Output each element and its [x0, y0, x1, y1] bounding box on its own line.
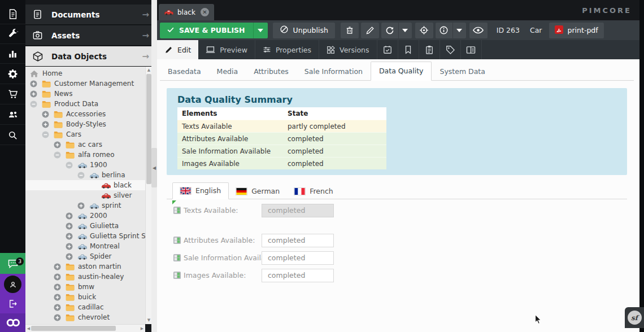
documents-icon[interactable] [0, 5, 25, 24]
tab-properties[interactable]: Properties [255, 40, 319, 59]
expand-icon[interactable] [66, 212, 77, 220]
bookmark-icon[interactable] [398, 40, 419, 59]
expand-icon[interactable] [54, 294, 66, 301]
tree-item[interactable]: Body-Styles [25, 119, 145, 129]
notes-events-icon[interactable] [419, 40, 440, 59]
tree-item[interactable]: Cars [25, 129, 145, 139]
users-icon[interactable] [0, 105, 25, 124]
tree-item[interactable]: black [25, 180, 145, 190]
tree-item[interactable]: silver [25, 190, 145, 200]
collapse-icon[interactable] [30, 101, 42, 108]
ecommerce-icon[interactable] [0, 85, 25, 104]
collapse-icon[interactable] [42, 131, 54, 138]
expand-icon[interactable] [54, 283, 66, 291]
close-tab-icon[interactable]: ✕ [201, 8, 209, 16]
tab-media[interactable]: Media [209, 63, 246, 81]
collapse-panel-handle[interactable]: ◀ [151, 148, 157, 187]
collapse-icon[interactable] [77, 172, 89, 179]
tree-vertical-scrollbar[interactable]: ▲ ▼ [145, 67, 151, 324]
collapse-icon[interactable] [54, 151, 66, 159]
tags-icon[interactable] [440, 40, 461, 59]
delete-button[interactable] [341, 23, 359, 38]
tree-item[interactable]: Giulietta [25, 221, 145, 231]
tab-edit[interactable]: Edit [157, 40, 198, 59]
tab-data-quality[interactable]: Data Quality [371, 62, 432, 81]
symfony-profiler-badge[interactable]: sf [625, 307, 644, 328]
locate-in-tree-button[interactable] [415, 23, 433, 38]
expand-icon[interactable] [66, 243, 77, 250]
expand-icon[interactable] [66, 233, 77, 240]
scrollbar-thumb[interactable] [146, 74, 151, 184]
expand-icon[interactable] [66, 222, 77, 230]
tools-icon[interactable] [0, 24, 25, 43]
field-input[interactable]: completed [262, 269, 334, 282]
tab-attributes[interactable]: Attributes [246, 63, 297, 81]
tab-preview[interactable]: Preview [198, 40, 255, 59]
tree-item[interactable]: ac cars [25, 139, 145, 150]
reports-icon[interactable] [0, 44, 25, 63]
tree-item[interactable]: 2000 [25, 211, 145, 221]
tab-versions[interactable]: Versions [319, 40, 377, 59]
field-input[interactable]: completed [262, 204, 334, 217]
save-publish-button[interactable]: SAVE & PUBLISH [160, 23, 268, 38]
tab-language-french[interactable]: French [287, 184, 341, 199]
tree-item[interactable]: alfa romeo [25, 150, 145, 160]
accordion-assets[interactable]: Assets → [25, 25, 157, 46]
tree-item[interactable]: Product Data [25, 99, 145, 109]
expand-icon[interactable] [77, 202, 89, 209]
tree-item[interactable]: Customer Management [25, 78, 145, 89]
tree-item[interactable]: bmw [25, 282, 145, 292]
search-icon[interactable] [0, 125, 25, 145]
info-button[interactable] [436, 23, 452, 38]
logout-icon[interactable] [0, 295, 25, 312]
expand-icon[interactable] [42, 121, 54, 128]
tree-item[interactable]: cadillac [25, 302, 145, 312]
tab-black[interactable]: black ✕ [159, 4, 214, 20]
settings-icon[interactable] [0, 64, 25, 84]
pimcore-logo-icon[interactable] [0, 313, 25, 332]
tree-item[interactable]: buick [25, 292, 145, 302]
expand-icon[interactable] [54, 263, 66, 270]
reload-options-dropdown[interactable] [398, 23, 412, 38]
field-input[interactable]: completed [262, 251, 334, 265]
expand-icon[interactable] [66, 253, 77, 260]
tree-item[interactable]: Home [25, 68, 145, 78]
open-preview-button[interactable] [469, 23, 488, 38]
rename-button[interactable] [361, 23, 379, 38]
expand-icon[interactable] [54, 314, 66, 321]
scheduled-tasks-icon[interactable] [377, 40, 398, 59]
tree-item[interactable]: sprint [25, 200, 145, 211]
unpublish-button[interactable]: Unpublish [273, 23, 335, 38]
tree-item[interactable]: Accessories [25, 109, 145, 119]
tab-basedata[interactable]: Basedata [160, 63, 209, 81]
tree-item[interactable]: aston martin [25, 261, 145, 272]
panel-splitter[interactable]: ◀ [151, 0, 157, 332]
info-options-dropdown[interactable] [452, 23, 466, 38]
expand-icon[interactable] [54, 273, 66, 281]
tree-horizontal-scrollbar[interactable]: ◀ ▶ [25, 324, 145, 332]
scroll-right-icon[interactable]: ▶ [139, 326, 145, 332]
accordion-documents[interactable]: Documents → [25, 5, 157, 25]
tree-item[interactable]: austin-healey [25, 272, 145, 282]
expand-icon[interactable] [30, 80, 42, 88]
expand-icon[interactable] [54, 304, 66, 311]
tree-item[interactable]: Gulietta Sprint Specia [25, 231, 145, 241]
tab-language-english[interactable]: English [172, 182, 229, 199]
tree-item[interactable]: 1900 [25, 160, 145, 170]
save-options-dropdown[interactable] [253, 23, 268, 38]
tab-sale-information[interactable]: Sale Information [297, 63, 371, 81]
collapse-icon[interactable] [66, 161, 77, 169]
tree-item[interactable]: Spider [25, 251, 145, 261]
expand-icon[interactable] [42, 111, 54, 118]
tree-item[interactable]: Montreal [25, 241, 145, 251]
print-pdf-button[interactable]: print-pdf [549, 23, 604, 38]
expand-icon[interactable] [30, 90, 42, 98]
accordion-data-objects[interactable]: Data Objects → [25, 46, 157, 67]
expand-icon[interactable] [54, 141, 66, 148]
perspectives-chat-button[interactable]: 3 [0, 253, 25, 274]
tab-system-data[interactable]: System Data [432, 63, 493, 81]
user-avatar[interactable] [4, 276, 21, 293]
tree-item[interactable]: berlina [25, 170, 145, 180]
reload-button[interactable] [381, 23, 398, 38]
tree-item[interactable]: chevrolet [25, 312, 145, 322]
